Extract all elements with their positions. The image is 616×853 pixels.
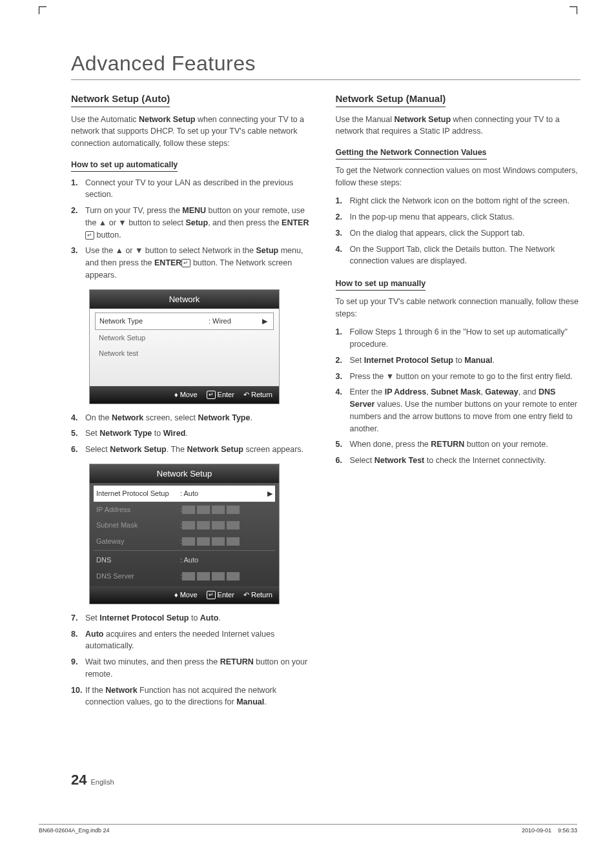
page-language: English bbox=[90, 778, 114, 786]
ui2-row-dns: DNS: Auto bbox=[94, 552, 275, 568]
right-para-2: To set up your TV's cable network connec… bbox=[336, 296, 581, 320]
move-icon: ♦ Move bbox=[174, 389, 198, 400]
left-section-heading: Network Setup (Auto) bbox=[71, 92, 170, 107]
steps-manual: 1.Follow Steps 1 through 6 in the "How t… bbox=[336, 326, 581, 467]
ui2-row-ip-setup: Internet Protocol Setup : Auto ▶ bbox=[94, 486, 275, 502]
right-section-heading: Network Setup (Manual) bbox=[336, 92, 446, 107]
enter-icon: ↵ bbox=[85, 231, 94, 240]
steps-conn-values: 1.Right click the Network icon on the bo… bbox=[336, 195, 581, 267]
return-icon: ↶ Return bbox=[243, 590, 272, 601]
enter-icon: ↵ Enter bbox=[207, 389, 234, 400]
ui1-row-network-type: Network Type : Wired ▶ bbox=[95, 313, 274, 330]
move-icon: ♦ Move bbox=[174, 590, 198, 601]
ui2-row-dns-server: DNS Server: bbox=[94, 568, 275, 584]
network-screen-illustration: Network Network Type : Wired ▶ Network S… bbox=[89, 289, 280, 404]
enter-icon: ↵ Enter bbox=[207, 590, 234, 601]
page-number-row: 24 English bbox=[71, 772, 114, 788]
ui1-row-network-test: Network test bbox=[95, 345, 274, 362]
right-sub-heading-2: How to set up manually bbox=[336, 278, 426, 291]
right-para-1: To get the Network connection values on … bbox=[336, 165, 581, 189]
footer-file: BN68-02604A_Eng.indb 24 bbox=[39, 827, 110, 834]
return-icon: ↶ Return bbox=[243, 389, 272, 400]
steps-auto-1: 1.Connect your TV to your LAN as describ… bbox=[71, 177, 316, 282]
right-arrow-icon: ▶ bbox=[260, 316, 269, 327]
ui2-footer: ♦ Move ↵ Enter ↶ Return bbox=[90, 586, 279, 604]
right-arrow-icon: ▶ bbox=[267, 488, 272, 499]
steps-auto-2: 4.On the Network screen, select Network … bbox=[71, 412, 316, 456]
page-number: 24 bbox=[71, 772, 87, 788]
two-column-layout: Network Setup (Auto) Use the Automatic N… bbox=[71, 92, 580, 716]
enter-icon: ↵ bbox=[181, 259, 190, 267]
ui2-title: Network Setup bbox=[90, 464, 279, 484]
ui2-row-gateway: Gateway: bbox=[94, 533, 275, 550]
right-column: Network Setup (Manual) Use the Manual Ne… bbox=[336, 92, 581, 716]
ui2-row-ip-address: IP Address: bbox=[94, 502, 275, 518]
right-sub-heading-1: Getting the Network Connection Values bbox=[336, 147, 487, 159]
right-intro: Use the Manual Network Setup when connec… bbox=[336, 114, 581, 138]
ui2-row-subnet: Subnet Mask: bbox=[94, 517, 275, 533]
page-content: Advanced Features Network Setup (Auto) U… bbox=[0, 0, 616, 742]
network-setup-screen-illustration: Network Setup Internet Protocol Setup : … bbox=[89, 464, 280, 604]
ui1-footer: ♦ Move ↵ Enter ↶ Return bbox=[90, 386, 279, 404]
footer-timestamp: 2010-09-01 9:56:33 bbox=[522, 827, 577, 834]
steps-auto-3: 7.Set Internet Protocol Setup to Auto. 8… bbox=[71, 612, 316, 708]
left-intro: Use the Automatic Network Setup when con… bbox=[71, 114, 316, 150]
ui1-row-network-setup: Network Setup bbox=[95, 330, 274, 346]
left-column: Network Setup (Auto) Use the Automatic N… bbox=[71, 92, 316, 716]
page-title: Advanced Features bbox=[71, 52, 580, 80]
left-sub-heading-1: How to set up automatically bbox=[71, 159, 178, 172]
ui1-title: Network bbox=[90, 290, 279, 309]
print-footer: BN68-02604A_Eng.indb 24 2010-09-01 9:56:… bbox=[39, 824, 577, 834]
